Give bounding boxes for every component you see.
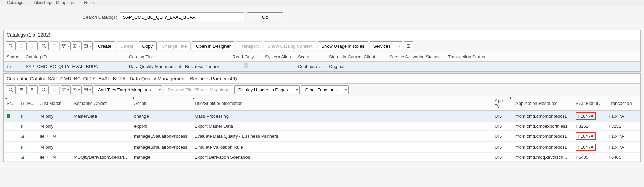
col-semantic[interactable]: Semantic Object [71, 96, 131, 111]
show-usage-button[interactable]: Show Usage in Roles [318, 41, 368, 50]
content-row[interactable]: ◧TM onlyMasterDatachangeMass ProcessingU… [4, 111, 640, 122]
search-row: Search Catalogs: Go [0, 6, 644, 28]
svg-point-26 [42, 88, 45, 91]
select-all-icon[interactable] [17, 85, 27, 94]
col-service-status[interactable]: Service Activation Status [386, 52, 445, 62]
deselect-icon[interactable] [28, 85, 38, 94]
resource-cell: mdm.cmd.cmpexportfiles1 [513, 122, 573, 131]
find-again-icon[interactable] [39, 41, 49, 50]
catalog-row[interactable]: 🗀 SAP_CMD_BC_QLTY_EVAL_BUPA Data Quality… [4, 62, 640, 71]
col-status[interactable]: Status [4, 52, 23, 62]
tab-roles[interactable]: Roles [84, 0, 95, 6]
col-match[interactable]: T/TM Match [35, 96, 71, 111]
services-button[interactable]: Services▾ [370, 41, 402, 50]
col-catalog-title[interactable]: Catalog Title [126, 52, 230, 62]
action-cell: manageSimulationProcess [131, 142, 192, 153]
content-row[interactable]: ◧TM onlymanageSimulationProcessSimulate … [4, 142, 640, 153]
col-action[interactable]: ▲Action [131, 96, 192, 111]
col-scope[interactable]: Scope [295, 52, 326, 62]
svg-point-8 [42, 44, 45, 47]
scope-cell: Configuration [295, 62, 326, 71]
title-cell: Export Master Data [192, 122, 492, 131]
catalog-title-cell: Data Quality Management - Business Partn… [126, 62, 230, 71]
filter-icon[interactable]: ▾ [61, 41, 71, 50]
content-row[interactable]: ◧TM onlyexportExport Master DataUI5mdm.c… [4, 122, 640, 131]
col-trans[interactable]: Transaction [606, 96, 640, 111]
match-cell: TM only [35, 111, 71, 122]
svg-rect-12 [84, 45, 88, 47]
open-designer-button[interactable]: Open in Designer [192, 41, 234, 50]
svg-point-28 [53, 88, 56, 91]
go-button[interactable]: Go [247, 12, 283, 21]
col-st[interactable]: ▲St... [4, 96, 18, 111]
trans-cell: F1047A [606, 131, 640, 142]
trans-status-cell [445, 62, 640, 71]
layout-icon[interactable]: ▾ [83, 41, 93, 50]
create-button[interactable]: Create [94, 41, 115, 50]
svg-line-1 [12, 47, 13, 48]
status-cell [4, 122, 18, 131]
fiori-cell: F1047A [573, 142, 606, 153]
export-icon[interactable]: ▾ [72, 85, 82, 94]
status-cell [4, 153, 18, 162]
semantic-cell: MDQltyDerivationScenarioE [71, 153, 131, 162]
col-trans-status[interactable]: Transaction Status [445, 52, 640, 62]
catalogs-panel: Catalogs (1 of 2282) ▾ ▾ ▾ Create Delete… [3, 30, 641, 71]
svg-line-27 [45, 91, 46, 92]
catalogs-toolbar: ▾ ▾ ▾ Create Delete Copy Change Title Op… [4, 40, 640, 52]
col-readonly[interactable]: Read-Only [230, 52, 262, 62]
col-ttm[interactable]: T/TM... [18, 96, 35, 111]
info-icon[interactable] [404, 41, 413, 50]
add-tiles-button[interactable]: Add Tiles/Target Mappings▾ [94, 85, 162, 94]
content-row[interactable]: ◪Tile + TMMDQltyDerivationScenarioEmanag… [4, 153, 640, 162]
col-app[interactable]: ▲App Ty... [492, 96, 513, 111]
app-cell: UI5 [492, 153, 513, 162]
find-icon[interactable] [6, 41, 16, 50]
title-cell: Export Derivation Scenarios [192, 153, 492, 162]
find-next-icon [50, 85, 60, 94]
col-title[interactable]: ▲Title/Subtitle/Information [192, 96, 492, 111]
type-icon: ◧ [18, 142, 35, 153]
action-cell: manageEvaluationProcess [131, 131, 192, 142]
app-cell: UI5 [492, 122, 513, 131]
content-title: Content in Catalog SAP_CMD_BC_QLTY_EVAL_… [4, 74, 640, 83]
export-icon[interactable]: ▾ [72, 41, 82, 50]
type-icon: ◪ [18, 131, 35, 142]
resource-cell: mdm.cmd.cmpmonprocs1 [513, 131, 573, 142]
tab-tiles-mappings[interactable]: Tiles/Target Mappings [33, 0, 74, 6]
semantic-cell [71, 122, 131, 131]
semantic-cell: MasterData [71, 111, 131, 122]
layout-icon[interactable]: ▾ [83, 85, 93, 94]
action-cell: manage [131, 153, 192, 162]
type-icon: ◧ [18, 111, 35, 122]
title-cell: Evaluate Data Quality - Business Partner… [192, 131, 492, 142]
find-icon[interactable] [6, 85, 16, 94]
col-resource[interactable]: Application Resource [513, 96, 573, 111]
tab-catalogs[interactable]: Catalogs [7, 0, 23, 6]
filter-icon[interactable]: ▾ [61, 85, 71, 94]
other-functions-button[interactable]: Other Functions▾ [301, 85, 349, 94]
col-status-client[interactable]: Status in Current Client [326, 52, 386, 62]
deselect-icon[interactable] [28, 41, 38, 50]
title-cell: Mass Processing [192, 111, 492, 122]
top-tabs: Catalogs Tiles/Target Mappings Roles [0, 0, 644, 6]
col-catalog-id[interactable]: Catalog ID [23, 52, 126, 62]
search-input[interactable] [120, 12, 244, 21]
select-all-icon[interactable] [17, 41, 27, 50]
usages-button[interactable]: Display Usages in Pages▾ [234, 85, 300, 94]
col-fiori[interactable]: SAP Fiori ID [573, 96, 606, 111]
readonly-checkbox [244, 63, 248, 68]
copy-button[interactable]: Copy [139, 41, 157, 50]
catalogs-title: Catalogs (1 of 2282) [4, 30, 640, 40]
match-cell: TM only [35, 122, 71, 131]
trans-cell: F3251 [606, 122, 640, 131]
content-header-row: ▲St... T/TM... T/TM Match Semantic Objec… [4, 96, 640, 111]
content-row[interactable]: ◪Tile + TMmanageEvaluationProcessEvaluat… [4, 131, 640, 142]
match-cell: Tile + TM [35, 131, 71, 142]
status-client-cell: Original [326, 62, 386, 71]
content-table: ▲St... T/TM... T/TM Match Semantic Objec… [4, 96, 640, 162]
find-again-icon[interactable] [39, 85, 49, 94]
status-cell [4, 142, 18, 153]
col-system-alias[interactable]: System Alias [262, 52, 295, 62]
type-icon: ◧ [18, 122, 35, 131]
